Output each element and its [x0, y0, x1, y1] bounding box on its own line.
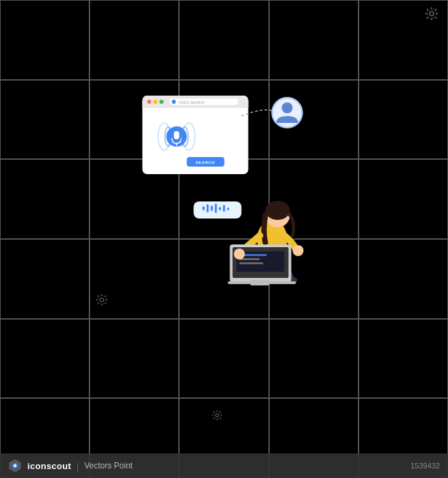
svg-point-10 — [154, 100, 158, 104]
svg-rect-34 — [227, 208, 229, 210]
grid-cell — [359, 159, 448, 239]
footer-bar: iconscout | Vectors Point 1539432 — [0, 453, 448, 478]
gear-icon-top-right — [425, 7, 438, 23]
grid-cell — [359, 80, 448, 160]
svg-rect-31 — [215, 203, 217, 213]
grid-cell — [0, 159, 89, 239]
svg-rect-27 — [194, 201, 242, 219]
svg-point-2 — [100, 298, 103, 301]
svg-point-51 — [293, 245, 304, 256]
gear-icon-mid-left — [96, 294, 108, 309]
footer-divider: | — [76, 461, 79, 471]
footer-left: iconscout | Vectors Point — [8, 459, 132, 473]
svg-point-52 — [234, 249, 245, 259]
brand-name: iconscout — [27, 461, 71, 471]
svg-rect-48 — [240, 262, 264, 264]
svg-point-11 — [160, 100, 164, 104]
svg-text:VOICE SEARCH: VOICE SEARCH — [179, 100, 205, 104]
grid-cell — [359, 319, 448, 399]
gear-icon-bottom-center — [212, 410, 223, 423]
vectors-point-label: Vectors Point — [85, 461, 133, 470]
svg-point-13 — [172, 100, 176, 104]
grid-cell — [0, 0, 89, 80]
svg-point-4 — [216, 414, 219, 417]
grid-cell — [0, 80, 89, 160]
svg-rect-32 — [219, 207, 221, 210]
footer-asset-id: 1539432 — [410, 462, 440, 470]
svg-point-0 — [430, 12, 434, 16]
svg-rect-29 — [207, 204, 209, 212]
grid-cell — [179, 0, 268, 80]
svg-rect-50 — [228, 281, 296, 284]
grid-cell — [179, 319, 268, 399]
grid-cell — [269, 319, 359, 399]
main-illustration: VOICE SEARCH SEARCH — [129, 89, 341, 296]
svg-point-25 — [282, 102, 293, 113]
grid-cell — [0, 319, 89, 399]
svg-rect-28 — [203, 206, 205, 210]
svg-rect-33 — [223, 205, 225, 212]
grid-cell — [269, 0, 359, 80]
iconscout-logo-icon — [8, 459, 22, 473]
grid-cell — [0, 239, 89, 319]
svg-point-9 — [148, 100, 152, 104]
svg-point-55 — [14, 464, 16, 467]
grid-cell — [89, 319, 179, 399]
svg-point-40 — [266, 201, 290, 220]
grid-cell — [89, 0, 179, 80]
svg-rect-18 — [174, 131, 180, 139]
svg-text:SEARCH: SEARCH — [195, 160, 214, 165]
grid-cell — [359, 239, 448, 319]
svg-rect-30 — [211, 206, 213, 211]
